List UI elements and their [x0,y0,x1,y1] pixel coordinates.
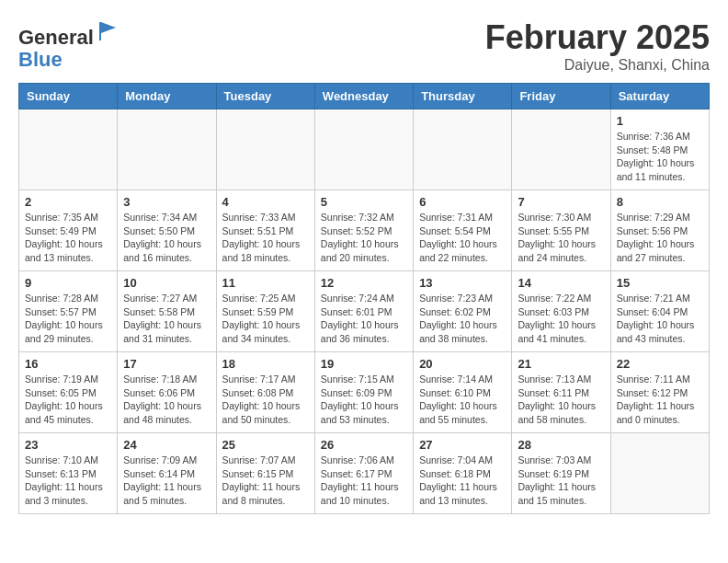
day-number: 15 [617,276,703,290]
day-number: 16 [25,357,111,371]
calendar-cell: 2Sunrise: 7:35 AM Sunset: 5:49 PM Daylig… [19,190,118,271]
day-info: Sunrise: 7:33 AM Sunset: 5:51 PM Dayligh… [222,211,309,265]
day-number: 4 [222,195,309,209]
day-number: 22 [617,357,703,371]
weekday-header-thursday: Thursday [414,84,512,109]
weekday-header-sunday: Sunday [19,84,118,109]
calendar-cell: 19Sunrise: 7:15 AM Sunset: 6:09 PM Dayli… [314,352,413,433]
day-number: 20 [419,357,506,371]
calendar-cell: 18Sunrise: 7:17 AM Sunset: 6:08 PM Dayli… [216,352,314,433]
calendar-table: SundayMondayTuesdayWednesdayThursdayFrid… [18,83,710,514]
weekday-header-monday: Monday [118,84,216,109]
day-number: 23 [25,438,111,452]
day-info: Sunrise: 7:18 AM Sunset: 6:06 PM Dayligh… [123,373,210,427]
day-number: 7 [518,195,604,209]
day-info: Sunrise: 7:28 AM Sunset: 5:57 PM Dayligh… [25,292,111,346]
weekday-header-tuesday: Tuesday [216,84,314,109]
logo: General Blue [18,18,121,71]
calendar-cell: 8Sunrise: 7:29 AM Sunset: 5:56 PM Daylig… [610,190,709,271]
day-number: 27 [419,438,506,452]
day-info: Sunrise: 7:32 AM Sunset: 5:52 PM Dayligh… [321,211,407,265]
day-info: Sunrise: 7:22 AM Sunset: 6:03 PM Dayligh… [518,292,604,346]
day-info: Sunrise: 7:27 AM Sunset: 5:58 PM Dayligh… [123,292,210,346]
calendar-cell: 25Sunrise: 7:07 AM Sunset: 6:15 PM Dayli… [216,433,314,514]
day-info: Sunrise: 7:13 AM Sunset: 6:11 PM Dayligh… [518,373,604,427]
calendar-cell [216,109,314,190]
logo-general: General [18,26,94,49]
calendar-week-row: 9Sunrise: 7:28 AM Sunset: 5:57 PM Daylig… [19,271,710,352]
day-number: 6 [419,195,506,209]
calendar-week-row: 1Sunrise: 7:36 AM Sunset: 5:48 PM Daylig… [19,109,710,190]
day-number: 19 [321,357,407,371]
day-info: Sunrise: 7:03 AM Sunset: 6:19 PM Dayligh… [518,454,604,508]
calendar-cell: 16Sunrise: 7:19 AM Sunset: 6:05 PM Dayli… [19,352,118,433]
weekday-header-friday: Friday [512,84,610,109]
calendar-cell [19,109,118,190]
day-info: Sunrise: 7:36 AM Sunset: 5:48 PM Dayligh… [617,130,703,184]
day-number: 17 [123,357,210,371]
calendar-cell: 9Sunrise: 7:28 AM Sunset: 5:57 PM Daylig… [19,271,118,352]
calendar-cell: 6Sunrise: 7:31 AM Sunset: 5:54 PM Daylig… [414,190,512,271]
calendar-week-row: 2Sunrise: 7:35 AM Sunset: 5:49 PM Daylig… [19,190,710,271]
calendar-cell [314,109,413,190]
day-number: 13 [419,276,506,290]
calendar-cell: 3Sunrise: 7:34 AM Sunset: 5:50 PM Daylig… [118,190,216,271]
day-number: 21 [518,357,604,371]
day-info: Sunrise: 7:23 AM Sunset: 6:02 PM Dayligh… [419,292,506,346]
day-number: 5 [321,195,407,209]
calendar-cell: 11Sunrise: 7:25 AM Sunset: 5:59 PM Dayli… [216,271,314,352]
calendar-cell [512,109,610,190]
calendar-cell: 27Sunrise: 7:04 AM Sunset: 6:18 PM Dayli… [414,433,512,514]
day-info: Sunrise: 7:25 AM Sunset: 5:59 PM Dayligh… [222,292,309,346]
calendar-cell: 1Sunrise: 7:36 AM Sunset: 5:48 PM Daylig… [610,109,709,190]
day-info: Sunrise: 7:29 AM Sunset: 5:56 PM Dayligh… [617,211,703,265]
day-number: 3 [123,195,210,209]
calendar-cell: 13Sunrise: 7:23 AM Sunset: 6:02 PM Dayli… [414,271,512,352]
calendar-cell: 28Sunrise: 7:03 AM Sunset: 6:19 PM Dayli… [512,433,610,514]
location-subtitle: Daiyue, Shanxi, China [485,57,710,74]
month-title: February 2025 [485,18,710,57]
title-block: February 2025 Daiyue, Shanxi, China [485,18,710,74]
weekday-header-row: SundayMondayTuesdayWednesdayThursdayFrid… [19,84,710,109]
day-info: Sunrise: 7:14 AM Sunset: 6:10 PM Dayligh… [419,373,506,427]
day-number: 1 [617,114,703,128]
calendar-cell [610,433,709,514]
weekday-header-wednesday: Wednesday [314,84,413,109]
day-number: 18 [222,357,309,371]
calendar-cell: 24Sunrise: 7:09 AM Sunset: 6:14 PM Dayli… [118,433,216,514]
calendar-cell: 17Sunrise: 7:18 AM Sunset: 6:06 PM Dayli… [118,352,216,433]
calendar-week-row: 16Sunrise: 7:19 AM Sunset: 6:05 PM Dayli… [19,352,710,433]
day-number: 28 [518,438,604,452]
calendar-week-row: 23Sunrise: 7:10 AM Sunset: 6:13 PM Dayli… [19,433,710,514]
logo-flag-icon [96,18,121,44]
day-info: Sunrise: 7:10 AM Sunset: 6:13 PM Dayligh… [25,454,111,508]
calendar-cell: 14Sunrise: 7:22 AM Sunset: 6:03 PM Dayli… [512,271,610,352]
day-number: 26 [321,438,407,452]
day-number: 12 [321,276,407,290]
day-number: 8 [617,195,703,209]
day-number: 2 [25,195,111,209]
day-number: 9 [25,276,111,290]
day-info: Sunrise: 7:31 AM Sunset: 5:54 PM Dayligh… [419,211,506,265]
day-info: Sunrise: 7:21 AM Sunset: 6:04 PM Dayligh… [617,292,703,346]
day-info: Sunrise: 7:09 AM Sunset: 6:14 PM Dayligh… [123,454,210,508]
day-info: Sunrise: 7:17 AM Sunset: 6:08 PM Dayligh… [222,373,309,427]
calendar-cell [118,109,216,190]
calendar-cell: 22Sunrise: 7:11 AM Sunset: 6:12 PM Dayli… [610,352,709,433]
day-info: Sunrise: 7:06 AM Sunset: 6:17 PM Dayligh… [321,454,407,508]
calendar-cell: 20Sunrise: 7:14 AM Sunset: 6:10 PM Dayli… [414,352,512,433]
page-header: General Blue February 2025 Daiyue, Shanx… [18,18,710,74]
calendar-cell: 4Sunrise: 7:33 AM Sunset: 5:51 PM Daylig… [216,190,314,271]
calendar-cell: 7Sunrise: 7:30 AM Sunset: 5:55 PM Daylig… [512,190,610,271]
weekday-header-saturday: Saturday [610,84,709,109]
day-info: Sunrise: 7:34 AM Sunset: 5:50 PM Dayligh… [123,211,210,265]
calendar-cell: 10Sunrise: 7:27 AM Sunset: 5:58 PM Dayli… [118,271,216,352]
day-info: Sunrise: 7:11 AM Sunset: 6:12 PM Dayligh… [617,373,703,427]
calendar-cell: 15Sunrise: 7:21 AM Sunset: 6:04 PM Dayli… [610,271,709,352]
day-info: Sunrise: 7:35 AM Sunset: 5:49 PM Dayligh… [25,211,111,265]
day-number: 10 [123,276,210,290]
calendar-cell: 12Sunrise: 7:24 AM Sunset: 6:01 PM Dayli… [314,271,413,352]
day-number: 11 [222,276,309,290]
calendar-cell: 5Sunrise: 7:32 AM Sunset: 5:52 PM Daylig… [314,190,413,271]
calendar-cell: 26Sunrise: 7:06 AM Sunset: 6:17 PM Dayli… [314,433,413,514]
